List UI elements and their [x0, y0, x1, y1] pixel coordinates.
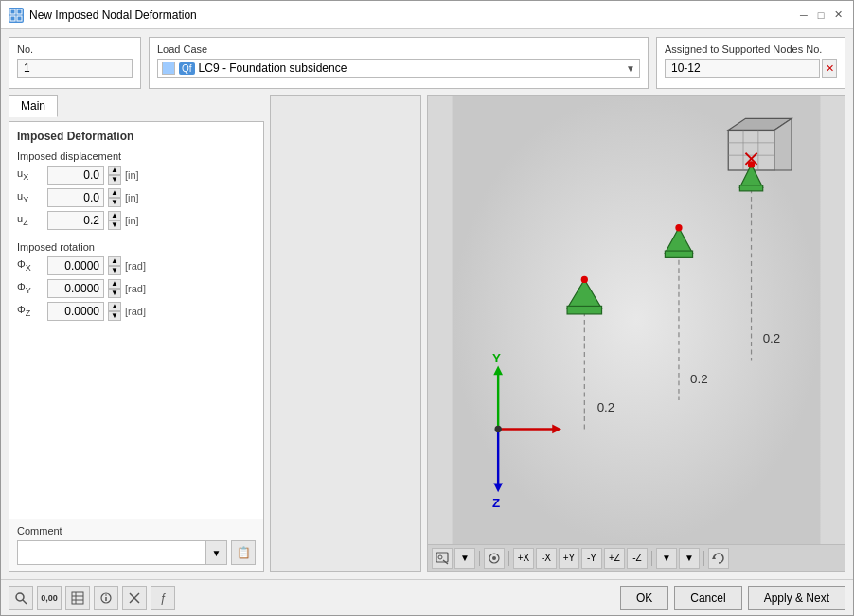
no-label: No. [17, 44, 133, 55]
svg-text:0.2: 0.2 [690, 372, 708, 386]
toolbar-info-button[interactable] [94, 586, 118, 610]
comment-input[interactable] [18, 544, 205, 561]
uz-increment[interactable]: ▲ [108, 211, 121, 220]
toolbar-number-button[interactable]: 0,00 [37, 586, 62, 610]
phiy-spinner: ▲ ▼ [108, 279, 121, 298]
toolbar-table-button[interactable] [65, 586, 90, 610]
phiz-decrement[interactable]: ▼ [108, 311, 121, 321]
svg-text:0.2: 0.2 [763, 331, 781, 345]
svg-rect-3 [17, 16, 22, 21]
phix-unit: [rad] [125, 260, 155, 272]
assigned-nodes-input[interactable] [665, 59, 820, 78]
uy-input[interactable] [47, 188, 104, 207]
uz-input[interactable] [47, 211, 104, 230]
viewport-options-dropdown[interactable]: ▼ [656, 548, 677, 569]
close-button[interactable]: ✕ [830, 8, 845, 23]
toolbar-left: 0,00 ƒ [9, 586, 175, 610]
view-y-minus[interactable]: -Y [581, 548, 602, 569]
view-y-plus[interactable]: +Y [559, 548, 579, 569]
phiy-unit: [rad] [125, 283, 155, 294]
phiy-increment[interactable]: ▲ [108, 279, 121, 289]
assigned-label: Assigned to Supported Nodes No. [665, 44, 837, 55]
ok-button[interactable]: OK [620, 586, 668, 610]
vt-sep3 [651, 551, 652, 566]
load-case-select[interactable]: Qf LC9 - Foundation subsidence ▼ [157, 59, 640, 78]
uz-label: uZ [17, 213, 44, 227]
phix-increment[interactable]: ▲ [108, 256, 121, 266]
assigned-input-row: ✕ [665, 59, 837, 78]
svg-point-39 [438, 555, 442, 559]
svg-rect-2 [10, 16, 15, 21]
uy-spinner: ▲ ▼ [108, 188, 121, 207]
toolbar-formula-button[interactable]: ƒ [151, 586, 175, 610]
no-field-group: No. [9, 37, 141, 89]
phiy-decrement[interactable]: ▼ [108, 289, 121, 298]
phiy-input[interactable] [47, 279, 104, 298]
comment-dropdown-button[interactable]: ▼ [205, 541, 226, 564]
comment-paste-button[interactable]: 📋 [231, 540, 256, 565]
uz-decrement[interactable]: ▼ [108, 220, 121, 230]
ux-increment[interactable]: ▲ [108, 166, 121, 175]
phix-decrement[interactable]: ▼ [108, 266, 121, 275]
svg-text:Z: Z [492, 496, 500, 510]
window-title: New Imposed Nodal Deformation [29, 9, 197, 22]
viewport-display-button[interactable] [432, 548, 453, 569]
ux-unit: [in] [125, 169, 155, 181]
toolbar-search-button[interactable] [9, 586, 33, 610]
uy-row: uY ▲ ▼ [in] [17, 188, 256, 207]
title-bar-left: New Imposed Nodal Deformation [9, 8, 197, 23]
phix-input[interactable] [47, 256, 104, 275]
center-panel [270, 95, 421, 572]
viewport-render-dropdown[interactable]: ▼ [454, 548, 475, 569]
phix-label: ΦX [17, 258, 44, 273]
bottom-toolbar: 0,00 ƒ OK Cancel Apply & Next [1, 579, 853, 615]
assigned-clear-button[interactable]: ✕ [822, 59, 837, 78]
viewport-view-button[interactable] [484, 548, 505, 569]
tab-content-inner: Imposed Deformation Imposed displacement… [9, 122, 263, 519]
ux-decrement[interactable]: ▼ [108, 175, 121, 185]
vt-sep1 [479, 551, 480, 566]
uz-spinner: ▲ ▼ [108, 211, 121, 230]
viewport-more-dropdown[interactable]: ▼ [679, 548, 700, 569]
view-x-plus[interactable]: +X [513, 548, 534, 569]
phix-row: ΦX ▲ ▼ [rad] [17, 256, 256, 275]
assigned-field-group: Assigned to Supported Nodes No. ✕ [656, 37, 845, 89]
svg-rect-46 [72, 592, 83, 604]
minimize-button[interactable]: ─ [796, 8, 811, 23]
phiz-increment[interactable]: ▲ [108, 302, 121, 311]
phiy-label: ΦY [17, 281, 44, 295]
toolbar-delete-button[interactable] [122, 586, 147, 610]
cancel-button[interactable]: Cancel [674, 586, 741, 610]
viewport-panel[interactable]: 0.2 0.2 [427, 95, 845, 572]
title-bar: New Imposed Nodal Deformation ─ □ ✕ [1, 1, 853, 29]
comment-section: Comment ▼ 📋 [9, 519, 263, 571]
view-x-minus[interactable]: -X [536, 548, 557, 569]
tab-main[interactable]: Main [9, 95, 58, 117]
uy-increment[interactable]: ▲ [108, 188, 121, 198]
svg-point-37 [495, 426, 502, 432]
view-z-minus[interactable]: -Z [627, 548, 648, 569]
phiz-input[interactable] [47, 302, 104, 321]
svg-point-52 [105, 594, 107, 596]
window-controls: ─ □ ✕ [796, 8, 845, 23]
ux-input[interactable] [47, 166, 104, 185]
load-case-color-swatch [162, 62, 175, 75]
phiz-label: ΦZ [17, 304, 44, 318]
svg-point-27 [581, 276, 588, 283]
svg-text:0.2: 0.2 [597, 400, 615, 414]
no-input[interactable] [17, 59, 133, 78]
ux-row: uX ▲ ▼ [in] [17, 166, 256, 185]
svg-point-22 [675, 224, 682, 231]
apply-next-button[interactable]: Apply & Next [748, 586, 845, 610]
view-z-plus[interactable]: +Z [604, 548, 625, 569]
uy-label: uY [17, 190, 44, 204]
content-area: No. Load Case Qf LC9 - Foundation subsid… [1, 29, 853, 579]
svg-rect-26 [567, 306, 601, 314]
uy-decrement[interactable]: ▼ [108, 198, 121, 207]
tab-bar: Main [9, 95, 264, 117]
svg-rect-1 [17, 9, 22, 14]
main-window: New Imposed Nodal Deformation ─ □ ✕ No. … [0, 0, 854, 616]
svg-point-44 [16, 593, 24, 601]
viewport-reset-button[interactable] [708, 548, 729, 569]
maximize-button[interactable]: □ [813, 8, 828, 23]
